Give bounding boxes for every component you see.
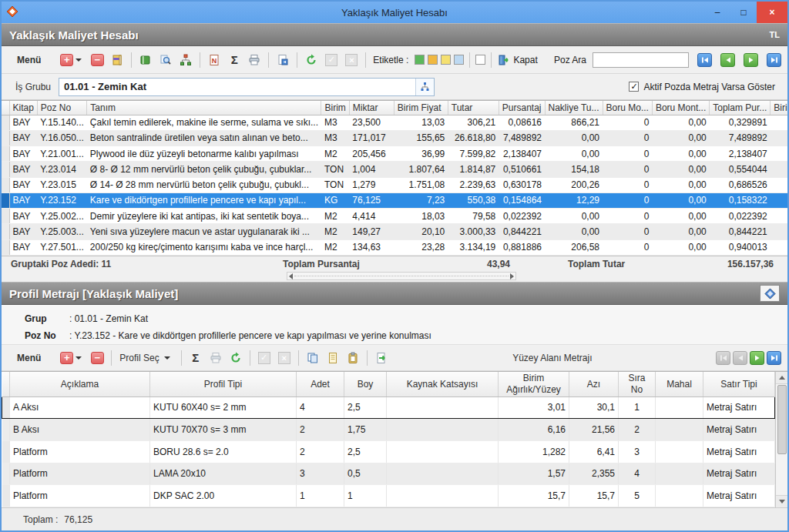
table-row[interactable]: BAYY.21.001...Plywood ile düz yüzeyli be… [2, 146, 787, 162]
search-icon[interactable] [156, 51, 175, 69]
detail-print-icon[interactable] [206, 349, 225, 367]
add-row-button[interactable]: + [59, 349, 86, 367]
add-dropdown-caret[interactable] [76, 59, 82, 62]
column-header[interactable]: Sıra No [619, 372, 656, 396]
poz-search-input[interactable] [593, 52, 689, 68]
column-header[interactable]: Kaynak Katsayısı [387, 372, 499, 396]
table-row[interactable]: BAYY.15.140...Çakıl temin edilerek, maki… [2, 115, 787, 130]
column-header[interactable]: Boru Mo... [603, 101, 652, 115]
scroll-up-arrow[interactable] [776, 372, 787, 384]
scroll-track[interactable] [294, 276, 509, 276]
hierarchy-icon[interactable] [176, 51, 195, 69]
table-cell: 7,23 [394, 192, 448, 208]
scroll-down-arrow[interactable] [776, 495, 787, 507]
column-header[interactable]: Kitap [9, 101, 37, 115]
nav-last-button[interactable] [767, 53, 781, 67]
close-button[interactable]: × [757, 2, 787, 23]
copy-icon[interactable] [304, 349, 322, 367]
delete-poz-button[interactable]: − [88, 51, 106, 69]
notebook-icon[interactable] [108, 51, 126, 69]
table-row[interactable]: PlatformBORU 28.6 s= 2.022,51,2826,413Me… [2, 440, 775, 463]
delete-row-button[interactable]: − [88, 349, 106, 367]
column-header[interactable]: Miktar [349, 101, 394, 115]
table-row[interactable]: PlatformLAMA 20x1030,51,572,3554Metraj S… [2, 463, 775, 485]
table-cell: BAY [9, 115, 37, 130]
column-header[interactable]: Birim [321, 101, 349, 115]
kapat-button[interactable]: Kapat [496, 51, 539, 69]
detail-menu-button[interactable]: Menü [17, 353, 41, 363]
print-icon[interactable] [245, 51, 264, 69]
table-row[interactable]: B AksıKUTU 70X70 s= 3 mm21,756,1621,562M… [2, 419, 775, 441]
main-table-header-row: KitapPoz NoTanımBirimMiktarBirim FiyatTu… [2, 101, 787, 115]
table-row[interactable]: BAYY.25.002...Demir yüzeylere iki kat an… [2, 209, 787, 224]
nav-first-button[interactable] [697, 53, 712, 67]
column-header[interactable]: Adet [297, 372, 344, 396]
sigma-icon[interactable]: Σ [225, 51, 243, 69]
column-header[interactable]: Açıklama [10, 372, 150, 396]
export-icon[interactable] [372, 349, 391, 367]
tag-orange-button[interactable] [428, 55, 438, 65]
nav-next-button[interactable] [744, 53, 758, 67]
main-horizontal-scrollbar[interactable] [287, 272, 516, 280]
table-row[interactable]: BAYY.27.501...200/250 kg kireç/çimento k… [2, 239, 787, 255]
group-tree-button[interactable] [415, 79, 434, 95]
table-row[interactable]: BAYY.23.014Ø 8- Ø 12 mm nervürlü beton ç… [2, 162, 787, 177]
row-indicator [2, 419, 10, 441]
tag-clear-button[interactable] [475, 55, 485, 65]
table-cell: Metraj Satırı [703, 440, 775, 463]
minimize-button[interactable]: – [704, 2, 730, 23]
scroll-thumb[interactable] [777, 385, 787, 454]
scroll-left-arrow[interactable] [289, 273, 293, 279]
scroll-right-arrow[interactable] [510, 273, 514, 279]
column-header[interactable]: Birim Fiyat [394, 101, 448, 115]
nav-prev-button[interactable] [720, 53, 735, 67]
table-row[interactable]: PlatformDKP SAC 2.001115,715,75Metraj Sa… [2, 485, 775, 507]
detail-refresh-icon[interactable] [227, 349, 245, 367]
table-cell: Y.16.050... [37, 130, 87, 146]
poz-no-value: : Y.23.152 - Kare ve dikdörtgen profille… [69, 330, 431, 341]
profil-sec-button[interactable]: Profil Seç [116, 350, 176, 366]
table-row[interactable]: BAYY.16.050...Beton santralinde üretilen… [2, 130, 787, 146]
copy-page-icon[interactable] [324, 349, 342, 367]
column-header[interactable]: Azı [569, 372, 619, 396]
checkbox-checked-icon[interactable]: ✓ [629, 82, 639, 92]
table-row[interactable]: BAYY.23.152Kare ve dikdörtgen profillerl… [2, 192, 787, 208]
column-header[interactable]: Pursantaj [499, 101, 545, 115]
table-row[interactable]: A AksıKUTU 60X40 s= 2 mm42,53,0130,11Met… [2, 396, 775, 419]
column-header[interactable]: Toplam Pur... [710, 101, 771, 115]
table-cell: 2,138407 [499, 146, 545, 162]
tag-green-button[interactable] [415, 55, 425, 65]
column-header[interactable]: Boy [344, 372, 387, 396]
add-poz-button[interactable]: + [59, 51, 86, 69]
detail-sigma-icon[interactable]: Σ [186, 349, 205, 367]
add-row-dropdown-caret[interactable] [76, 356, 82, 360]
column-header[interactable]: Mahal [656, 372, 703, 396]
column-header[interactable]: Nakliye Tu... [545, 101, 603, 115]
detail-panel-button[interactable] [760, 285, 780, 302]
column-header[interactable]: Satır Tipi [703, 372, 775, 396]
metraj-filter-checkbox-group[interactable]: ✓ Aktif Pozda Metraj Varsa Göster [629, 82, 780, 92]
detail-vertical-scrollbar[interactable] [775, 372, 787, 507]
maximize-button[interactable]: □ [730, 2, 757, 23]
column-header[interactable]: Birim Ağırlık/Yüzey [499, 372, 569, 396]
tag-blue-button[interactable] [454, 55, 464, 65]
column-header[interactable]: Profil Tipi [150, 372, 297, 396]
tag-yellow-button[interactable] [441, 55, 451, 65]
n-document-icon[interactable]: N [205, 51, 223, 69]
book-icon[interactable] [136, 51, 155, 69]
table-row[interactable]: BAYY.25.003...Yeni sıva yüzeylere macun … [2, 224, 787, 239]
detail-nav-last-button[interactable] [767, 351, 781, 365]
table-row[interactable]: BAYY.23.015Ø 14- Ø 28 mm nervürlü beton … [2, 177, 787, 192]
column-header[interactable]: Boru Mont... [652, 101, 709, 115]
paste-icon[interactable] [344, 349, 362, 367]
column-header[interactable]: Tanım [87, 101, 321, 115]
column-header[interactable]: Poz No [37, 101, 87, 115]
detail-nav-next-button[interactable] [750, 351, 764, 365]
menu-button[interactable]: Menü [17, 55, 41, 65]
column-header[interactable]: Tutar [448, 101, 499, 115]
column-header[interactable]: Birim Fiyat Yılı [771, 101, 787, 115]
refresh-icon[interactable] [302, 51, 321, 69]
is-grubu-field[interactable]: 01.01 - Zemin Kat [59, 78, 435, 96]
report-icon[interactable] [274, 51, 292, 69]
detail-apply-icon: ✓ [255, 349, 274, 367]
